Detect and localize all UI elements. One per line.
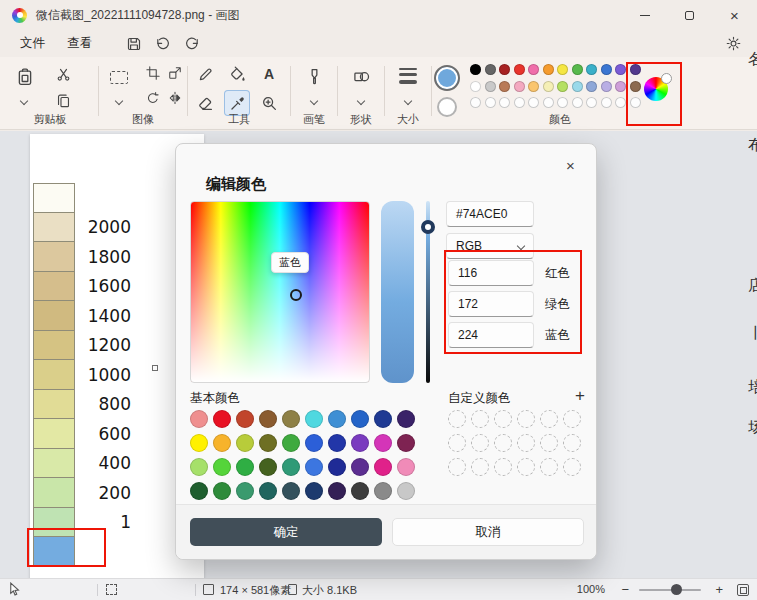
basic-color-swatch[interactable] [397, 482, 415, 500]
basic-color-swatch[interactable] [190, 482, 208, 500]
palette-empty-slot[interactable] [601, 97, 612, 108]
zoom-slider[interactable] [639, 589, 701, 591]
color-picker-ring[interactable] [290, 289, 302, 301]
basic-color-swatch[interactable] [213, 434, 231, 452]
fill-tool-button[interactable] [224, 61, 250, 87]
custom-color-empty-slot[interactable] [517, 434, 535, 452]
fit-to-window-button[interactable] [737, 584, 749, 596]
basic-color-swatch[interactable] [236, 482, 254, 500]
basic-color-swatch[interactable] [259, 434, 277, 452]
palette-color-swatch[interactable] [601, 64, 612, 75]
basic-color-swatch[interactable] [397, 410, 415, 428]
basic-color-swatch[interactable] [236, 410, 254, 428]
palette-color-swatch[interactable] [615, 64, 626, 75]
basic-color-swatch[interactable] [282, 458, 300, 476]
basic-color-swatch[interactable] [351, 410, 369, 428]
custom-color-empty-slot[interactable] [448, 434, 466, 452]
custom-color-empty-slot[interactable] [563, 434, 581, 452]
custom-color-empty-slot[interactable] [448, 410, 466, 428]
basic-color-swatch[interactable] [190, 434, 208, 452]
canvas-resize-handle[interactable] [152, 365, 158, 371]
palette-color-swatch[interactable] [499, 81, 510, 92]
brightness-slider-handle[interactable] [421, 220, 435, 234]
palette-empty-slot[interactable] [615, 97, 626, 108]
palette-color-swatch[interactable] [543, 81, 554, 92]
basic-color-swatch[interactable] [397, 434, 415, 452]
palette-empty-slot[interactable] [470, 97, 481, 108]
palette-color-swatch[interactable] [528, 81, 539, 92]
rotate-button[interactable] [143, 88, 163, 108]
custom-color-empty-slot[interactable] [448, 458, 466, 476]
basic-color-swatch[interactable] [305, 458, 323, 476]
palette-color-swatch[interactable] [514, 64, 525, 75]
palette-color-swatch[interactable] [514, 81, 525, 92]
custom-color-empty-slot[interactable] [471, 410, 489, 428]
shapes-chevron-down-icon[interactable] [357, 97, 365, 105]
custom-color-empty-slot[interactable] [471, 458, 489, 476]
close-button[interactable]: × [712, 0, 757, 30]
crop-button[interactable] [143, 63, 163, 83]
basic-color-swatch[interactable] [236, 434, 254, 452]
shapes-button[interactable] [348, 63, 374, 89]
custom-color-empty-slot[interactable] [494, 434, 512, 452]
size-button[interactable] [395, 63, 421, 89]
brightness-slider[interactable] [426, 201, 430, 383]
basic-color-swatch[interactable] [213, 410, 231, 428]
basic-color-swatch[interactable] [305, 482, 323, 500]
palette-empty-slot[interactable] [543, 97, 554, 108]
basic-color-swatch[interactable] [213, 458, 231, 476]
palette-color-swatch[interactable] [615, 81, 626, 92]
foreground-color-swatch[interactable] [434, 65, 460, 91]
ok-button[interactable]: 确定 [190, 518, 382, 546]
custom-color-empty-slot[interactable] [563, 410, 581, 428]
palette-color-swatch[interactable] [586, 81, 597, 92]
palette-color-swatch[interactable] [601, 81, 612, 92]
menu-file[interactable]: 文件 [10, 32, 55, 55]
cut-button[interactable] [52, 63, 74, 85]
basic-color-swatch[interactable] [374, 434, 392, 452]
palette-empty-slot[interactable] [586, 97, 597, 108]
basic-color-swatch[interactable] [259, 410, 277, 428]
basic-color-swatch[interactable] [351, 458, 369, 476]
copy-button[interactable] [52, 89, 74, 111]
palette-empty-slot[interactable] [572, 97, 583, 108]
custom-color-empty-slot[interactable] [494, 458, 512, 476]
basic-color-swatch[interactable] [190, 458, 208, 476]
basic-color-swatch[interactable] [328, 482, 346, 500]
redo-button[interactable] [178, 32, 205, 55]
save-button[interactable] [120, 32, 147, 55]
palette-empty-slot[interactable] [514, 97, 525, 108]
add-custom-color-button[interactable]: + [568, 384, 592, 408]
palette-color-swatch[interactable] [485, 81, 496, 92]
zoom-in-button[interactable]: + [715, 582, 723, 597]
hex-color-input[interactable]: #74ACE0 [446, 201, 534, 227]
custom-color-empty-slot[interactable] [471, 434, 489, 452]
basic-color-swatch[interactable] [397, 458, 415, 476]
minimize-button[interactable] [622, 0, 667, 30]
flip-button[interactable] [165, 88, 185, 108]
basic-color-swatch[interactable] [282, 434, 300, 452]
palette-color-swatch[interactable] [470, 64, 481, 75]
text-tool-button[interactable]: A [256, 61, 282, 87]
custom-color-empty-slot[interactable] [540, 410, 558, 428]
custom-color-empty-slot[interactable] [517, 458, 535, 476]
basic-color-swatch[interactable] [374, 410, 392, 428]
basic-color-swatch[interactable] [282, 482, 300, 500]
basic-color-swatch[interactable] [259, 458, 277, 476]
basic-color-swatch[interactable] [351, 482, 369, 500]
brushes-button[interactable] [301, 63, 327, 89]
custom-color-empty-slot[interactable] [494, 410, 512, 428]
palette-color-swatch[interactable] [557, 64, 568, 75]
basic-color-swatch[interactable] [282, 410, 300, 428]
select-chevron-down-icon[interactable] [115, 97, 123, 105]
basic-color-swatch[interactable] [374, 482, 392, 500]
palette-color-swatch[interactable] [572, 64, 583, 75]
select-button[interactable] [105, 63, 133, 91]
palette-color-swatch[interactable] [572, 81, 583, 92]
undo-button[interactable] [149, 32, 176, 55]
custom-color-empty-slot[interactable] [517, 410, 535, 428]
basic-color-swatch[interactable] [305, 434, 323, 452]
maximize-button[interactable] [667, 0, 712, 30]
hue-saturation-picker[interactable]: 蓝色 [190, 201, 370, 383]
pencil-tool-button[interactable] [192, 61, 218, 87]
